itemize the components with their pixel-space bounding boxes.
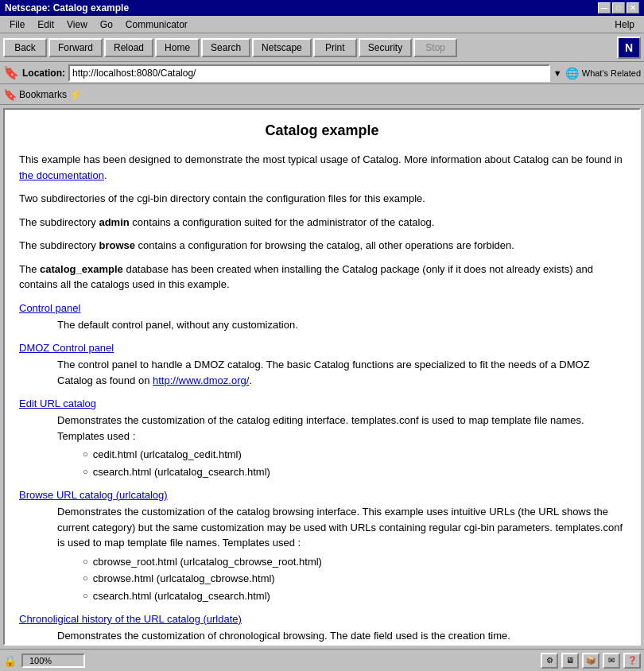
bookmarks-bar: 🔖 Bookmarks ⚡ xyxy=(0,84,644,105)
location-bar: 🔖 Location: ▼ 🌐 What's Related xyxy=(0,62,644,84)
bullet-icon: ○ xyxy=(83,589,88,603)
location-label: Location: xyxy=(22,68,65,79)
close-button[interactable]: ✕ xyxy=(627,2,639,14)
menu-file[interactable]: File xyxy=(3,17,31,32)
whats-related-icon: 🌐 xyxy=(565,67,579,80)
window-title: Netscape: Catalog example xyxy=(5,2,129,14)
bullet-icon: ○ xyxy=(83,572,88,585)
location-input[interactable] xyxy=(68,64,550,82)
intro-paragraph-1: This example has been designed to demons… xyxy=(19,152,625,183)
status-icon-5[interactable]: ❓ xyxy=(623,653,641,669)
menu-go[interactable]: Go xyxy=(94,17,119,32)
list-item: ○ csearch.html (urlcatalog_csearch.html) xyxy=(83,588,625,604)
status-icon-2[interactable]: 🖥 xyxy=(561,653,579,669)
menu-edit[interactable]: Edit xyxy=(31,17,60,32)
edit-url-catalog-link[interactable]: Edit URL catalog xyxy=(19,398,625,409)
list-item: ○ cbrowse_root.html (urlcatalog_cbrowse_… xyxy=(83,554,625,570)
list-item: ○ csearch.html (urlcatalog_csearch.html) xyxy=(83,464,625,480)
bullet-icon: ○ xyxy=(83,448,88,461)
content-area: Catalog example This example has been de… xyxy=(3,108,641,646)
status-icon-4[interactable]: ✉ xyxy=(603,653,620,669)
whats-related-label[interactable]: What's Related xyxy=(582,68,641,78)
documentation-link[interactable]: the documentation xyxy=(19,169,104,181)
forward-button[interactable]: Forward xyxy=(48,38,103,57)
back-button[interactable]: Back xyxy=(3,38,47,57)
progress-indicator: 100% xyxy=(21,654,85,668)
control-panel-link[interactable]: Control panel xyxy=(19,302,625,314)
print-button[interactable]: Print xyxy=(313,38,357,57)
menu-bar: File Edit View Go Communicator Help xyxy=(0,16,644,33)
location-icon: 🔖 xyxy=(3,65,19,80)
stop-button[interactable]: Stop xyxy=(413,38,457,57)
security-button[interactable]: Security xyxy=(359,38,412,57)
title-bar: Netscape: Catalog example — □ ✕ xyxy=(0,0,644,16)
instant-icon: ⚡ xyxy=(69,88,83,101)
menu-view[interactable]: View xyxy=(60,17,94,32)
dmoz-control-panel-link[interactable]: DMOZ Control panel xyxy=(19,342,625,354)
bullet-text: cedit.html (urlcatalog_cedit.html) xyxy=(93,447,242,463)
search-button[interactable]: Search xyxy=(201,38,250,57)
control-panel-desc: The default control panel, without any c… xyxy=(57,317,625,333)
netscape-button[interactable]: Netscape xyxy=(252,38,312,57)
reload-button[interactable]: Reload xyxy=(104,38,153,57)
netscape-logo: N xyxy=(617,37,641,59)
home-button[interactable]: Home xyxy=(155,38,200,57)
intro-paragraph-4: The subdirectory browse contains a confi… xyxy=(19,238,625,254)
intro-paragraph-5: The catalog_example database has been cr… xyxy=(19,262,625,293)
nav-toolbar: Back Forward Reload Home Search Netscape… xyxy=(0,33,644,62)
bullet-text: csearch.html (urlcatalog_csearch.html) xyxy=(93,588,270,604)
intro-paragraph-2: Two subdirectories of the cgi-bin direct… xyxy=(19,191,625,207)
bullet-text: csearch.html (urlcatalog_csearch.html) xyxy=(93,464,270,480)
chronological-url-catalog-desc: Demonstrates the customization of chrono… xyxy=(57,628,625,644)
dmoz-control-panel-desc: The control panel to handle a DMOZ catal… xyxy=(57,357,625,388)
menu-help[interactable]: Help xyxy=(608,17,641,32)
dropdown-icon[interactable]: ▼ xyxy=(553,68,562,78)
page-title: Catalog example xyxy=(19,122,625,139)
edit-url-catalog-desc: Demonstrates the customization of the ca… xyxy=(57,413,625,444)
intro-paragraph-3: The subdirectory admin contains a config… xyxy=(19,215,625,231)
security-icon: 🔒 xyxy=(3,654,17,667)
dmoz-url-link[interactable]: http://www.dmoz.org/ xyxy=(153,374,249,386)
minimize-button[interactable]: — xyxy=(598,2,611,14)
bullet-icon: ○ xyxy=(83,465,88,479)
list-item: ○ cbrowse.html (urlcatalog_cbrowse.html) xyxy=(83,571,625,587)
menu-communicator[interactable]: Communicator xyxy=(119,17,194,32)
bookmarks-label[interactable]: Bookmarks xyxy=(19,89,67,100)
status-bar: 🔒 100% ⚙ 🖥 📦 ✉ ❓ xyxy=(0,649,644,671)
bullet-text: cbrowse.html (urlcatalog_cbrowse.html) xyxy=(93,571,275,587)
status-icons: ⚙ 🖥 📦 ✉ ❓ xyxy=(541,653,641,669)
chronological-url-catalog-link[interactable]: Chronoligical history of the URL catalog… xyxy=(19,613,625,625)
page-content: Catalog example This example has been de… xyxy=(19,122,625,646)
maximize-button[interactable]: □ xyxy=(612,2,625,14)
bookmarks-area: 🔖 Bookmarks ⚡ xyxy=(3,88,83,101)
bullet-icon: ○ xyxy=(83,555,88,568)
status-icon-3[interactable]: 📦 xyxy=(582,653,599,669)
browse-url-catalog-link[interactable]: Browse URL catalog (urlcatalog) xyxy=(19,489,625,501)
browse-url-catalog-desc: Demonstrates the customization of the ca… xyxy=(57,504,625,551)
bookmark-icon: 🔖 xyxy=(3,88,17,101)
bullet-text: cbrowse_root.html (urlcatalog_cbrowse_ro… xyxy=(93,554,322,570)
list-item: ○ cedit.html (urlcatalog_cedit.html) xyxy=(83,447,625,463)
window-controls: — □ ✕ xyxy=(598,2,639,14)
status-icon-1[interactable]: ⚙ xyxy=(541,653,558,669)
